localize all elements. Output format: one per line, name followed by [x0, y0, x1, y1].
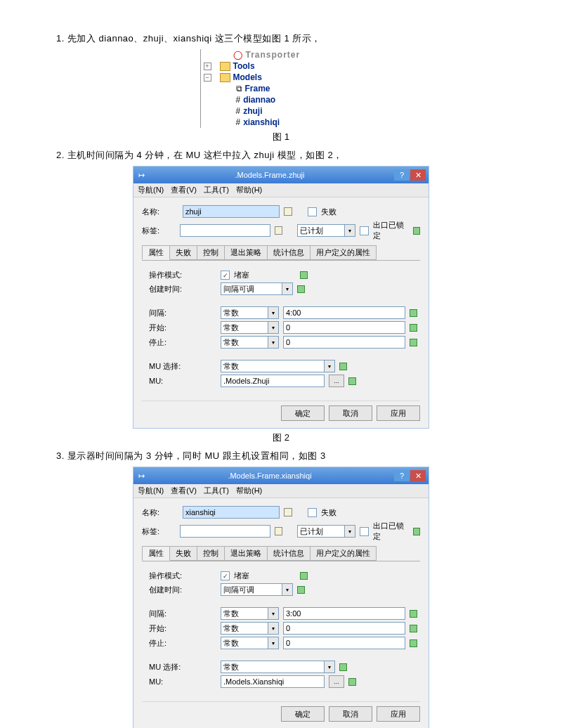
tab-fail[interactable]: 失败: [169, 546, 197, 561]
lock-icon[interactable]: [284, 207, 292, 216]
instruction-2: 2. 主机时间间隔为 4 分钟，在 MU 这栏中拉入 zhuji 模型，如图 2…: [56, 149, 506, 162]
browse-button[interactable]: ...: [329, 375, 344, 387]
ctime-combo[interactable]: 间隔可调▾: [221, 282, 293, 295]
tab-attributes[interactable]: 属性: [142, 245, 170, 260]
browse-button[interactable]: ...: [329, 675, 344, 688]
close-icon[interactable]: ✕: [410, 169, 426, 181]
tree-item: Transporter: [246, 50, 301, 60]
tag-field[interactable]: [180, 525, 270, 538]
tree-item: diannao: [243, 95, 275, 105]
tab-stats[interactable]: 统计信息: [267, 245, 311, 260]
start-field[interactable]: 0: [283, 622, 405, 635]
tab-userattr[interactable]: 用户定义的属性: [310, 245, 377, 260]
stop-field[interactable]: 0: [283, 336, 405, 349]
tree-item: Frame: [245, 84, 270, 93]
tag-label: 标签:: [142, 226, 176, 236]
plan-combo[interactable]: 已计划▾: [297, 224, 355, 237]
green-icon[interactable]: [300, 271, 308, 279]
interval-field[interactable]: 4:00: [283, 306, 405, 319]
window-icon: ↦: [136, 472, 146, 481]
dialog-zhuji: ↦ .Models.Frame.zhuji ? ✕ 导航(N)查看(V)工具(T…: [133, 166, 429, 429]
ok-button[interactable]: 确定: [281, 706, 325, 722]
tree-item: Tools: [233, 61, 255, 71]
model-tree: ◯ Transporter + Tools − Models ⧉ Frame #…: [200, 49, 362, 128]
help-icon[interactable]: ?: [394, 470, 410, 481]
apply-button[interactable]: 应用: [377, 706, 420, 722]
menubar[interactable]: 导航(N)查看(V)工具(T)帮助(H): [133, 484, 429, 498]
tab-attributes[interactable]: 属性: [142, 546, 170, 561]
window-title: .Models.Frame.xianshiqi: [146, 472, 393, 480]
tab-userattr[interactable]: 用户定义的属性: [310, 546, 377, 561]
fail-checkbox[interactable]: [308, 207, 317, 216]
close-icon[interactable]: ✕: [410, 470, 426, 481]
ok-button[interactable]: 确定: [281, 405, 325, 421]
name-field[interactable]: zhuji: [183, 205, 280, 218]
tab-control[interactable]: 控制: [197, 245, 225, 260]
instruction-1: 1. 先加入 diannao、zhuji、xianshiqi 这三个模型如图 1…: [56, 32, 506, 45]
green-icon[interactable]: [413, 227, 420, 235]
tree-item: Models: [233, 72, 262, 82]
window-title: .Models.Frame.zhuji: [146, 171, 393, 179]
titlebar[interactable]: ↦ .Models.Frame.xianshiqi ? ✕: [133, 467, 429, 484]
tag-field[interactable]: [180, 224, 270, 237]
help-icon[interactable]: ?: [394, 169, 410, 181]
interval-field[interactable]: 3:00: [283, 607, 405, 620]
menubar[interactable]: 导航(N)查看(V)工具(T)帮助(H): [133, 183, 429, 197]
cancel-button[interactable]: 取消: [329, 405, 372, 421]
block-checkbox[interactable]: ✓: [221, 271, 230, 280]
tab-exit[interactable]: 退出策略: [224, 546, 268, 561]
caption-fig2: 图 2: [56, 431, 506, 444]
tabs: 属性 失败 控制 退出策略 统计信息 用户定义的属性: [142, 245, 420, 261]
tab-stats[interactable]: 统计信息: [267, 546, 311, 561]
tab-exit[interactable]: 退出策略: [224, 245, 268, 260]
lock-checkbox[interactable]: [360, 226, 368, 235]
cancel-button[interactable]: 取消: [329, 706, 372, 722]
green-icon[interactable]: [297, 285, 305, 293]
lock-icon[interactable]: [275, 226, 282, 235]
caption-fig1: 图 1: [56, 131, 506, 143]
start-field[interactable]: 0: [283, 321, 405, 334]
name-label: 名称:: [142, 207, 178, 217]
tree-item: zhuji: [243, 106, 262, 116]
mu-field[interactable]: .Models.Xianshiqi: [221, 675, 325, 688]
tree-item: xianshiqi: [243, 117, 280, 127]
titlebar[interactable]: ↦ .Models.Frame.zhuji ? ✕: [133, 167, 429, 183]
tab-control[interactable]: 控制: [197, 546, 225, 561]
tab-fail[interactable]: 失败: [169, 245, 197, 260]
name-field[interactable]: xianshiqi: [183, 506, 280, 519]
apply-button[interactable]: 应用: [377, 405, 420, 421]
window-icon: ↦: [136, 171, 146, 180]
instruction-3: 3. 显示器时间间隔为 3 分钟，同时 MU 跟主机设置相同，如图 3: [56, 450, 506, 462]
stop-field[interactable]: 0: [283, 637, 405, 649]
dialog-xianshiqi: ↦ .Models.Frame.xianshiqi ? ✕ 导航(N)查看(V)…: [133, 467, 429, 728]
mu-field[interactable]: .Models.Zhuji: [221, 375, 325, 387]
